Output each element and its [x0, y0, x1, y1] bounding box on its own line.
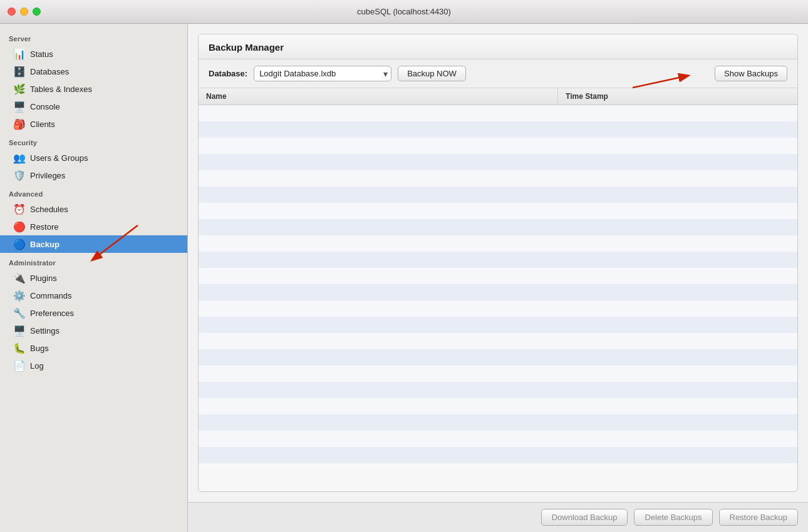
delete-backups-button[interactable]: Delete Backups: [634, 509, 712, 526]
table-cell-timestamp: [558, 121, 797, 138]
database-select-wrapper: Lodgit Database.lxdb ▾: [254, 66, 391, 81]
sidebar-item-console[interactable]: 🖥️Console: [0, 98, 187, 115]
sidebar-item-label-tables: Tables & Indexes: [30, 84, 92, 94]
bottom-bar: Download Backup Delete Backups Restore B…: [188, 502, 808, 532]
sidebar-section-security: Security: [0, 133, 187, 149]
titlebar: cubeSQL (localhost:4430): [0, 0, 808, 24]
table-row[interactable]: [199, 284, 797, 300]
table-row[interactable]: [199, 187, 797, 203]
window-title: cubeSQL (localhost:4430): [357, 7, 451, 16]
maximize-button[interactable]: [33, 8, 41, 16]
table-row[interactable]: [199, 300, 797, 317]
settings-icon: 🖥️: [14, 325, 25, 336]
table-row[interactable]: [199, 121, 797, 138]
database-select[interactable]: Lodgit Database.lxdb: [254, 66, 391, 81]
table-row[interactable]: [199, 366, 797, 382]
minimize-button[interactable]: [20, 8, 28, 16]
clients-icon: 🎒: [14, 118, 25, 130]
table-cell-timestamp: [558, 447, 797, 463]
sidebar-item-clients[interactable]: 🎒Clients: [0, 115, 187, 133]
table-row[interactable]: [199, 138, 797, 154]
table-row[interactable]: [199, 154, 797, 170]
sidebar-item-commands[interactable]: ⚙️Commands: [0, 287, 187, 304]
table-cell-timestamp: [558, 268, 797, 284]
table-row[interactable]: [199, 317, 797, 333]
bugs-icon: 🐛: [14, 342, 25, 354]
sidebar: Server📊Status🗄️Databases🌿Tables & Indexe…: [0, 24, 188, 532]
table-row[interactable]: [199, 333, 797, 349]
sidebar-item-log[interactable]: 📄Log: [0, 357, 187, 374]
sidebar-item-databases[interactable]: 🗄️Databases: [0, 63, 187, 80]
table-row[interactable]: [199, 105, 797, 121]
sidebar-item-label-clients: Clients: [30, 120, 55, 129]
table-cell-timestamp: [558, 349, 797, 366]
sidebar-item-bugs[interactable]: 🐛Bugs: [0, 339, 187, 357]
status-icon: 📊: [14, 48, 25, 59]
table-row[interactable]: [199, 398, 797, 414]
sidebar-item-label-schedules: Schedules: [30, 205, 68, 214]
table-row[interactable]: [199, 235, 797, 252]
close-button[interactable]: [8, 8, 16, 16]
commands-icon: ⚙️: [14, 290, 25, 301]
restore-backup-button[interactable]: Restore Backup: [719, 509, 799, 526]
sidebar-section-server: Server: [0, 29, 187, 45]
sidebar-item-status[interactable]: 📊Status: [0, 45, 187, 63]
table-cell-name: [199, 317, 558, 333]
sidebar-item-tables[interactable]: 🌿Tables & Indexes: [0, 80, 187, 98]
table-cell-timestamp: [558, 105, 797, 121]
table-row[interactable]: [199, 447, 797, 463]
sidebar-item-label-settings: Settings: [30, 326, 60, 335]
table-row[interactable]: [199, 252, 797, 268]
table-row[interactable]: [199, 431, 797, 447]
databases-icon: 🗄️: [14, 66, 25, 77]
table-cell-name: [199, 300, 558, 317]
schedules-icon: ⏰: [14, 203, 25, 215]
col-timestamp: Time Stamp: [558, 88, 797, 105]
table-cell-timestamp: [558, 300, 797, 317]
table-cell-name: [199, 284, 558, 300]
log-icon: 📄: [14, 360, 25, 371]
table-cell-timestamp: [558, 203, 797, 219]
table-cell-timestamp: [558, 138, 797, 154]
show-backups-button[interactable]: Show Backups: [715, 66, 787, 81]
table-cell-name: [199, 187, 558, 203]
table-cell-timestamp: [558, 252, 797, 268]
sidebar-item-label-status: Status: [30, 49, 53, 59]
table-row[interactable]: [199, 170, 797, 187]
plugins-icon: 🔌: [14, 272, 25, 284]
table-cell-timestamp: [558, 398, 797, 414]
table-cell-name: [199, 121, 558, 138]
table-cell-name: [199, 252, 558, 268]
table-row[interactable]: [199, 414, 797, 431]
tables-icon: 🌿: [14, 83, 25, 95]
table-cell-timestamp: [558, 366, 797, 382]
table-row[interactable]: [199, 268, 797, 284]
table-cell-name: [199, 382, 558, 398]
console-icon: 🖥️: [14, 101, 25, 112]
sidebar-item-preferences[interactable]: 🔧Preferences: [0, 304, 187, 322]
table-row[interactable]: [199, 349, 797, 366]
database-label: Database:: [209, 69, 247, 78]
table-cell-name: [199, 203, 558, 219]
sidebar-item-privileges[interactable]: 🛡️Privileges: [0, 166, 187, 184]
privileges-icon: 🛡️: [14, 170, 25, 181]
backup-now-button[interactable]: Backup NOW: [398, 66, 466, 81]
table-row[interactable]: [199, 382, 797, 398]
table-cell-name: [199, 170, 558, 187]
sidebar-item-restore[interactable]: 🔴Restore: [0, 218, 187, 235]
table-cell-name: [199, 105, 558, 121]
table-cell-name: [199, 235, 558, 252]
download-backup-button[interactable]: Download Backup: [541, 509, 628, 526]
table-row[interactable]: [199, 219, 797, 235]
sidebar-item-backup[interactable]: 🔵Backup: [0, 235, 187, 253]
sidebar-item-plugins[interactable]: 🔌Plugins: [0, 269, 187, 287]
sidebar-item-schedules[interactable]: ⏰Schedules: [0, 200, 187, 218]
main-layout: Server📊Status🗄️Databases🌿Tables & Indexe…: [0, 24, 808, 532]
sidebar-item-label-log: Log: [30, 361, 44, 371]
table-cell-timestamp: [558, 317, 797, 333]
sidebar-item-settings[interactable]: 🖥️Settings: [0, 322, 187, 339]
sidebar-item-label-plugins: Plugins: [30, 274, 57, 283]
table-cell-name: [199, 414, 558, 431]
sidebar-item-users[interactable]: 👥Users & Groups: [0, 149, 187, 166]
table-row[interactable]: [199, 203, 797, 219]
